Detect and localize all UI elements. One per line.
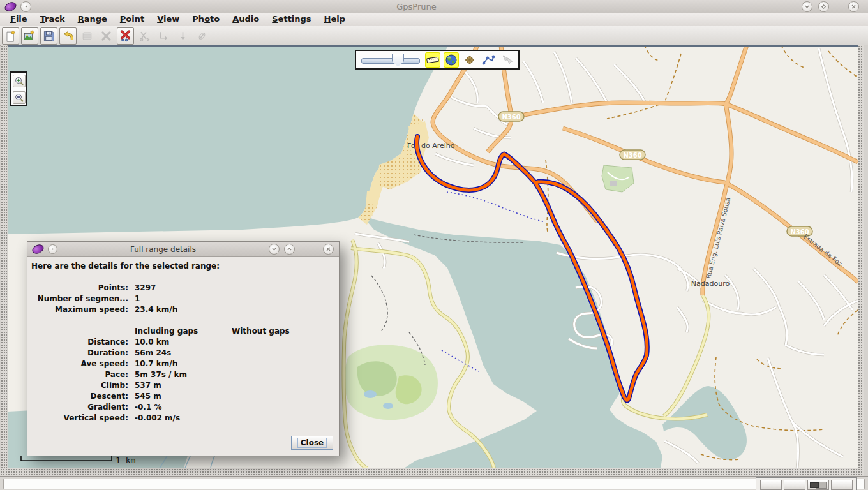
multi-select-tool[interactable] [500,53,514,67]
delete-point-button [98,27,115,45]
menubar: File Track Range Point View Photo Audio … [0,13,868,26]
stat-row-max-speed: Maximum speed:23.4 km/h [27,305,339,315]
dialog-heading: Here are the details for the selected ra… [31,262,220,271]
delete-point-icon [100,30,112,42]
dialog-body: Here are the details for the selected ra… [27,256,339,456]
stat-row-descent: Descent:545 m [27,392,339,401]
left-splitter[interactable] [1,45,7,476]
stat-row-climb: Climb:537 m [27,381,339,390]
dialog-close-button[interactable] [323,244,334,255]
undo-button[interactable] [59,27,77,45]
layout-option-2[interactable] [784,480,805,490]
col-including-gaps: Including gaps [135,327,198,336]
window-menu-button[interactable] [20,1,31,12]
open-file-button[interactable] [2,27,19,45]
dialog-rolldown-button[interactable] [269,244,280,255]
stat-row-ave-speed: Ave speed:10.7 km/h [27,359,339,369]
right-splitter[interactable] [858,45,864,476]
road-badge-n360-2: N360 [620,150,645,160]
stat-row-points: Points:3297 [27,283,339,293]
menu-range[interactable]: Range [71,13,114,25]
maximize-button[interactable] [818,1,829,12]
dialog-title: Full range details [57,245,269,254]
zoom-in-button[interactable] [13,75,26,87]
stat-row-segments: Number of segmen...1 [27,294,339,304]
menu-point[interactable]: Point [114,13,151,25]
connect-photo-button [193,27,211,45]
zoom-in-icon [15,77,24,85]
bottom-splitter[interactable] [0,468,868,476]
svg-text:1 km: 1 km [116,456,135,465]
titlebar: GpsPrune [0,0,868,13]
add-photo-icon [24,30,36,42]
svg-text:N360: N360 [623,152,641,159]
label-nadadouro: Nadadouro [691,279,730,288]
edit-point-button [79,27,96,45]
stat-row-vertical-speed: Vertical speed:-0.002 m/s [27,413,339,423]
cut-move-range-icon [138,30,151,42]
minimize-button[interactable] [802,1,812,12]
svg-text:N360: N360 [502,114,520,121]
reverse-range-icon [177,30,189,42]
menu-file[interactable]: File [4,13,34,25]
stat-row-pace: Pace:5m 37s / km [27,370,339,380]
layout-switcher-panel [756,477,857,490]
menu-audio[interactable]: Audio [226,13,266,25]
zoom-slider-thumb[interactable] [392,54,404,67]
delete-range-button[interactable] [117,27,134,45]
stat-row-duration: Duration:56m 24s [27,348,339,358]
layout-option-1[interactable] [760,480,782,490]
delete-range-icon [119,30,131,42]
menu-help[interactable]: Help [318,13,352,25]
stat-row-distance: Distance:10.0 km [27,338,339,347]
append-range-button [155,27,172,45]
dialog-menu-button[interactable] [48,244,57,254]
connect-photo-icon [196,30,208,42]
col-without-gaps: Without gaps [232,327,290,336]
zoom-slider-rail[interactable] [361,58,420,64]
open-file-icon [4,30,17,42]
close-dialog-button[interactable]: Close [291,436,333,450]
cut-move-range-button [136,27,153,45]
zoom-out-button[interactable] [13,91,26,104]
map-background-toggle[interactable] [444,53,458,67]
map-zoom-controls [10,71,27,106]
zoom-out-icon [15,93,24,102]
menu-photo[interactable]: Photo [186,13,226,25]
road-badge-n360-1: N360 [498,112,524,121]
layout-option-4[interactable] [831,480,853,490]
ruler-icon [426,56,439,64]
save-file-icon [43,30,55,42]
compass-diamond-icon [464,54,475,66]
reverse-range-button [174,27,191,45]
gpsprune-dialog-icon [31,243,45,256]
globe-icon [445,54,457,66]
right-margin [864,45,868,476]
select-cursors-icon [501,55,513,65]
zoom-slider[interactable] [360,53,421,67]
layout-option-3[interactable] [807,480,829,490]
map-overlay-toolbar [355,50,520,70]
statusbar [0,476,868,490]
menu-view[interactable]: View [151,13,186,25]
undo-icon [62,30,74,42]
autopan-toggle[interactable] [463,53,477,67]
edit-point-icon [81,30,93,42]
status-message-field [3,479,865,489]
add-photo-button[interactable] [21,27,38,45]
full-range-details-dialog: Full range details Here are the details … [27,241,340,456]
append-range-icon [158,30,170,42]
close-button[interactable] [848,1,859,12]
scale-bar-toggle[interactable] [426,53,440,67]
dialog-titlebar[interactable]: Full range details [27,242,339,257]
menu-settings[interactable]: Settings [266,13,317,25]
stat-row-gradient: Gradient:-0.1 % [27,403,339,412]
gpsprune-app-icon [3,0,18,13]
connect-points-toggle[interactable] [481,53,495,67]
menu-track[interactable]: Track [34,13,71,25]
main-toolbar [0,26,868,46]
save-file-button[interactable] [40,27,57,45]
dialog-rollup-button[interactable] [284,244,295,255]
window-title: GpsPrune [31,2,802,11]
connect-points-icon [482,55,495,65]
